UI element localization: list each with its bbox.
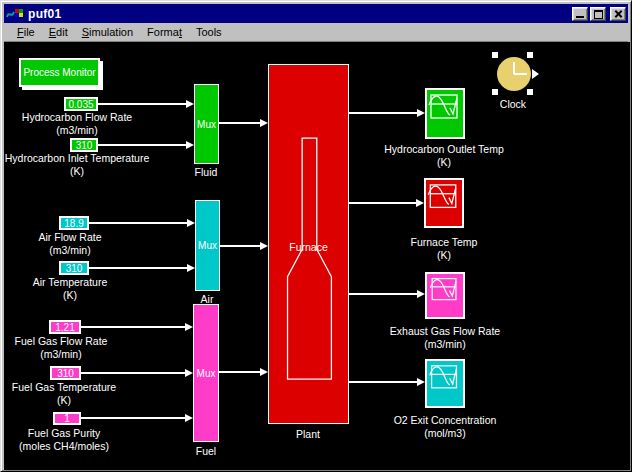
constant-air-temperature[interactable]: 310: [59, 261, 89, 275]
label-fuel: Fuel: [196, 445, 216, 458]
label-exhaust-gas-flow-rate: Exhaust Gas Flow Rate(m3/min): [390, 325, 500, 351]
maximize-icon: [594, 10, 603, 19]
wire-arrowhead: [185, 414, 193, 422]
wire: [81, 417, 185, 419]
wire: [219, 122, 260, 124]
label-fluid: Fluid: [195, 166, 218, 179]
window-title: puf01: [28, 7, 572, 21]
close-button[interactable]: [610, 7, 626, 21]
wire: [98, 144, 186, 146]
minimize-icon: [576, 16, 584, 18]
wire-arrowhead: [187, 219, 195, 227]
sine-wave-scope-icon: [427, 274, 463, 317]
wire-arrowhead: [185, 323, 193, 331]
wire: [220, 245, 260, 247]
scope-furnace-temp[interactable]: [424, 178, 464, 228]
sine-wave-scope-icon: [426, 180, 462, 226]
label-clock: Clock: [500, 98, 526, 111]
constant-fuel-gas-temperature[interactable]: 310: [50, 366, 81, 380]
app-icon: [6, 7, 24, 21]
label-air-flow-rate: Air Flow Rate(m3/min): [38, 231, 101, 257]
mux-fluid-block[interactable]: Mux: [194, 84, 219, 164]
sine-wave-scope-icon: [427, 90, 463, 137]
label-fuel-gas-temperature: Fuel Gas Temperature(K): [12, 381, 116, 407]
label-hydrocarbon-outlet-temp: Hydrocarbon Outlet Temp(K): [384, 143, 503, 169]
wire: [349, 293, 417, 295]
simulink-model-window: puf01 File Edit Simulation Format Tools …: [0, 0, 632, 472]
process-monitor-block[interactable]: Process Monitor: [19, 58, 100, 87]
wire-arrowhead: [417, 378, 425, 386]
mux-air-block[interactable]: Mux: [195, 200, 220, 291]
menu-format[interactable]: Format: [140, 24, 189, 40]
wire-arrowhead: [416, 199, 424, 207]
constant-air-flow-rate[interactable]: 18.9: [59, 216, 89, 230]
label-furnace: Furnace: [289, 241, 328, 254]
wire-arrowhead: [185, 369, 193, 377]
label-plant: Plant: [296, 428, 320, 441]
diagram-canvas: Process Monitor 0.035 Hydrocarbon Flow R…: [4, 42, 630, 470]
constant-hydrocarbon-inlet-temperature[interactable]: 310: [70, 138, 98, 152]
wire: [98, 103, 186, 105]
label-air-temperature: Air Temperature(K): [33, 276, 108, 302]
wire: [89, 267, 187, 269]
window-controls: [572, 7, 626, 21]
wire: [349, 202, 416, 204]
wire: [89, 222, 187, 224]
menu-edit[interactable]: Edit: [42, 24, 75, 40]
wire: [81, 326, 185, 328]
constant-fuel-gas-flow-rate[interactable]: 1.21: [49, 320, 81, 334]
wire-arrowhead: [260, 119, 268, 127]
wire-arrowhead: [417, 109, 425, 117]
menu-tools[interactable]: Tools: [189, 24, 229, 40]
menu-bar: File Edit Simulation Format Tools: [4, 23, 628, 42]
label-furnace-temp: Furnace Temp(K): [411, 236, 478, 262]
scope-o2-exit-concentration[interactable]: [425, 359, 465, 408]
clock-block[interactable]: [497, 57, 531, 91]
wire-arrowhead: [417, 290, 425, 298]
wire: [349, 112, 417, 114]
label-fuel-gas-flow-rate: Fuel Gas Flow Rate(m3/min): [15, 335, 108, 361]
mux-fuel-block[interactable]: Mux: [193, 304, 219, 442]
label-o2-exit-concentration: O2 Exit Concentration(mol/m3): [394, 414, 497, 440]
clock-icon: [497, 57, 531, 91]
scope-exhaust-gas-flow-rate[interactable]: [425, 272, 465, 319]
constant-fuel-gas-purity[interactable]: 1: [53, 412, 81, 425]
clock-output-port: [532, 69, 539, 79]
wire: [349, 381, 417, 383]
minimize-button[interactable]: [572, 7, 588, 21]
wire-arrowhead: [260, 242, 268, 250]
label-hydrocarbon-inlet-temperature: Hydrocarbon Inlet Temperature(K): [5, 152, 150, 178]
maximize-button[interactable]: [590, 7, 606, 21]
wire: [219, 371, 260, 373]
close-icon: [611, 8, 625, 20]
wire-arrowhead: [186, 100, 194, 108]
title-bar: puf01: [4, 4, 628, 23]
sine-wave-scope-icon: [427, 361, 463, 406]
menu-file[interactable]: File: [10, 24, 42, 40]
plant-block[interactable]: Furnace: [268, 64, 349, 424]
wire-arrowhead: [187, 264, 195, 272]
constant-hydrocarbon-flow-rate[interactable]: 0.035: [64, 97, 98, 111]
scope-hydrocarbon-outlet-temp[interactable]: [425, 88, 465, 139]
wire-arrowhead: [186, 141, 194, 149]
menu-simulation[interactable]: Simulation: [75, 24, 140, 40]
wire: [81, 372, 185, 374]
label-hydrocarbon-flow-rate: Hydrocarbon Flow Rate(m3/min): [22, 111, 132, 137]
label-fuel-gas-purity: Fuel Gas Purity(moles CH4/moles): [19, 427, 109, 453]
wire-arrowhead: [260, 368, 268, 376]
